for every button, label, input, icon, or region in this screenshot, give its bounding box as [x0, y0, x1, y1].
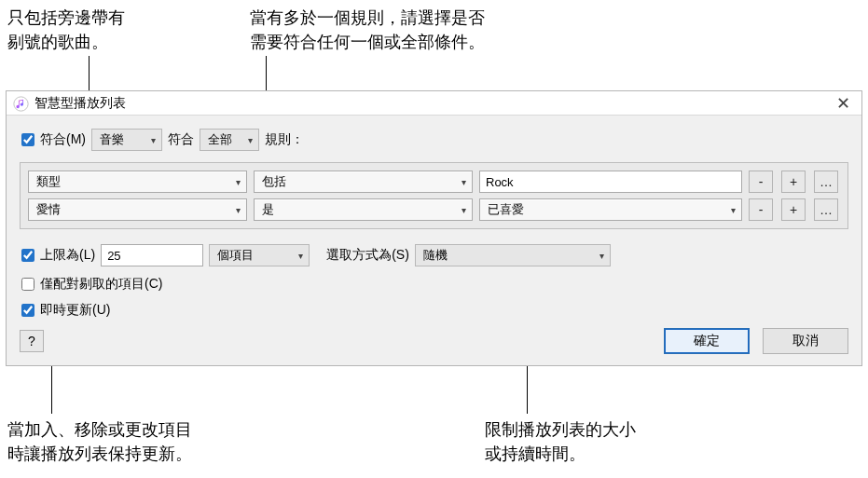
- match-scope-value: 全部: [208, 131, 232, 148]
- rule-operator-select[interactable]: 是 ▾: [254, 198, 473, 221]
- live-update-checkbox[interactable]: [21, 304, 34, 317]
- media-type-select[interactable]: 音樂 ▾: [91, 129, 162, 151]
- limit-checkbox[interactable]: [21, 249, 34, 262]
- checked-only-row: 僅配對剔取的項目(C): [20, 276, 848, 293]
- rule-value-select[interactable]: 已喜愛 ▾: [479, 198, 742, 221]
- match-suffix: 規則：: [265, 131, 304, 148]
- match-label: 符合(M): [40, 131, 86, 148]
- rule-field-value: 愛情: [36, 201, 61, 218]
- limit-unit-select[interactable]: 個項目 ▾: [209, 244, 310, 266]
- rule-more-button[interactable]: …: [814, 198, 838, 221]
- app-icon: [12, 95, 29, 112]
- close-icon[interactable]: ✕: [833, 95, 854, 112]
- bottom-row: ? 確定 取消: [20, 328, 848, 354]
- limit-method-value: 隨機: [423, 247, 448, 264]
- live-update-label: 即時更新(U): [40, 302, 110, 319]
- match-word: 符合: [168, 131, 194, 148]
- limit-method-select[interactable]: 隨機 ▾: [415, 244, 611, 266]
- rule-value-input[interactable]: [479, 171, 742, 193]
- window-title: 智慧型播放列表: [34, 95, 126, 112]
- limit-label: 上限為(L): [40, 247, 95, 264]
- checked-only-label: 僅配對剔取的項目(C): [40, 276, 162, 293]
- checked-only-checkbox[interactable]: [21, 278, 34, 291]
- limit-value-input[interactable]: [101, 244, 203, 266]
- media-type-value: 音樂: [100, 131, 124, 148]
- rule-row: 愛情 ▾ 是 ▾ 已喜愛 ▾ - + …: [28, 198, 840, 221]
- rules-panel: 類型 ▾ 包括 ▾ - + … 愛情 ▾: [20, 162, 848, 229]
- match-row: 符合(M) 音樂 ▾ 符合 全部 ▾ 規則：: [20, 129, 848, 151]
- match-scope-select[interactable]: 全部 ▾: [200, 129, 259, 151]
- live-update-row: 即時更新(U): [20, 302, 848, 319]
- selected-by-label: 選取方式為(S): [326, 247, 409, 264]
- chevron-down-icon: ▾: [236, 205, 241, 215]
- ok-button[interactable]: 確定: [664, 328, 750, 354]
- add-rule-button[interactable]: +: [781, 198, 806, 221]
- rule-operator-value: 包括: [262, 173, 286, 190]
- chevron-down-icon: ▾: [599, 251, 604, 261]
- callout-checked-items: 只包括旁邊帶有 剔號的歌曲。: [7, 6, 203, 54]
- smart-playlist-window: 智慧型播放列表 ✕ 符合(M) 音樂 ▾ 符合 全部 ▾ 規則：: [6, 90, 862, 366]
- chevron-down-icon: ▾: [236, 177, 241, 187]
- help-button[interactable]: ?: [20, 330, 44, 352]
- rule-field-value: 類型: [36, 173, 61, 190]
- rule-row: 類型 ▾ 包括 ▾ - + …: [28, 171, 840, 193]
- rule-more-button[interactable]: …: [814, 171, 838, 193]
- chevron-down-icon: ▾: [248, 135, 253, 145]
- rule-field-select[interactable]: 類型 ▾: [28, 171, 247, 193]
- rule-value-value: 已喜愛: [488, 201, 524, 218]
- chevron-down-icon: ▾: [731, 205, 736, 215]
- rule-field-select[interactable]: 愛情 ▾: [28, 198, 247, 221]
- chevron-down-icon: ▾: [462, 177, 466, 187]
- match-checkbox[interactable]: [21, 133, 34, 146]
- chevron-down-icon: ▾: [298, 251, 303, 261]
- titlebar: 智慧型播放列表 ✕: [7, 91, 861, 116]
- rule-operator-value: 是: [262, 201, 274, 218]
- chevron-down-icon: ▾: [151, 135, 156, 145]
- callout-live-update: 當加入、移除或更改項目 時讓播放列表保持更新。: [7, 417, 250, 466]
- add-rule-button[interactable]: +: [781, 171, 806, 193]
- limit-row: 上限為(L) 個項目 ▾ 選取方式為(S) 隨機 ▾: [20, 244, 848, 266]
- remove-rule-button[interactable]: -: [749, 171, 773, 193]
- limit-unit-value: 個項目: [217, 247, 254, 264]
- callout-all-any: 當有多於一個規則，請選擇是否 需要符合任何一個或全部條件。: [250, 6, 548, 54]
- rule-operator-select[interactable]: 包括 ▾: [254, 171, 473, 193]
- cancel-button[interactable]: 取消: [763, 328, 848, 354]
- remove-rule-button[interactable]: -: [749, 198, 773, 221]
- chevron-down-icon: ▾: [462, 205, 466, 215]
- callout-limit: 限制播放列表的大小 或持續時間。: [485, 417, 709, 466]
